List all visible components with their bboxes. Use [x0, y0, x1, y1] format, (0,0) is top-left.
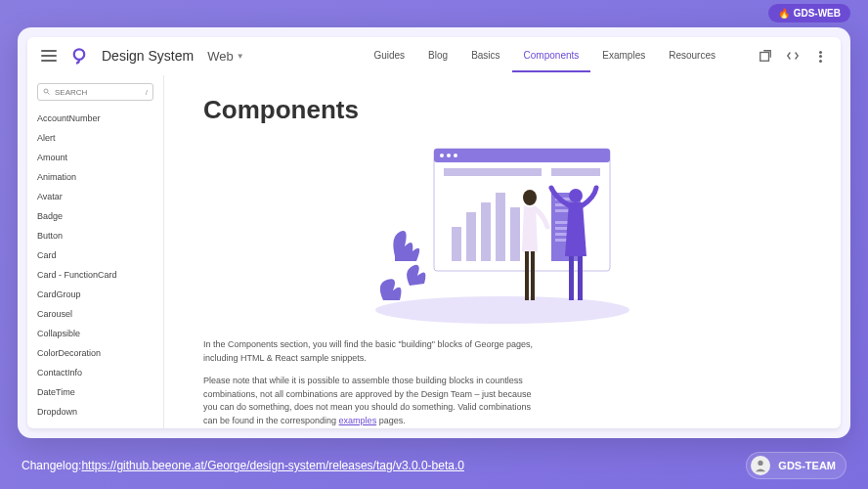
- svg-rect-13: [481, 202, 491, 261]
- sidebar-item-animation[interactable]: Animation: [37, 167, 153, 187]
- platform-dropdown[interactable]: Web ▼: [207, 49, 243, 64]
- search-input[interactable]: /: [37, 83, 153, 101]
- sidebar-item-button[interactable]: Button: [37, 226, 153, 245]
- components-illustration: [356, 139, 649, 325]
- flame-icon: 🔥: [778, 8, 790, 19]
- badge-label: GDS-WEB: [794, 8, 841, 19]
- note-paragraph: Please note that while it is possible to…: [203, 375, 536, 427]
- sidebar-item-card-functioncard[interactable]: Card - FunctionCard: [37, 265, 153, 285]
- svg-point-6: [440, 154, 444, 157]
- examples-link[interactable]: examples: [339, 416, 377, 425]
- svg-point-2: [44, 89, 48, 93]
- svg-point-3: [375, 296, 629, 324]
- sidebar-item-collapsible[interactable]: Collapsible: [37, 324, 153, 343]
- search-field[interactable]: [55, 88, 142, 97]
- page-title: Components: [203, 95, 802, 125]
- svg-rect-9: [444, 168, 542, 176]
- svg-point-0: [74, 49, 85, 60]
- top-toolbar: Design System Web ▼ GuidesBlogBasicsComp…: [27, 37, 841, 75]
- svg-point-30: [759, 461, 763, 466]
- sidebar: / AccountNumberAlertAmountAnimationAvata…: [27, 75, 164, 428]
- browser-frame: Design System Web ▼ GuidesBlogBasicsComp…: [27, 37, 841, 428]
- sidebar-item-amount[interactable]: Amount: [37, 148, 153, 167]
- nav-components[interactable]: Components: [512, 40, 591, 72]
- sidebar-item-colordecoration[interactable]: ColorDecoration: [37, 343, 153, 363]
- search-icon: [43, 88, 51, 96]
- svg-rect-14: [496, 193, 505, 261]
- sidebar-item-avatar[interactable]: Avatar: [37, 187, 153, 206]
- svg-rect-10: [551, 168, 600, 176]
- search-shortcut: /: [146, 88, 148, 97]
- nav-resources[interactable]: Resources: [657, 40, 727, 72]
- sidebar-item-dropdown[interactable]: Dropdown: [37, 402, 153, 422]
- code-icon[interactable]: [786, 49, 800, 63]
- panel: Design System Web ▼ GuidesBlogBasicsComp…: [18, 27, 850, 438]
- svg-rect-11: [452, 227, 461, 261]
- sidebar-item-cardgroup[interactable]: CardGroup: [37, 285, 153, 304]
- footer-bar: Changelog: https://github.beeone.at/Geor…: [0, 452, 868, 479]
- svg-rect-15: [510, 207, 520, 261]
- sidebar-item-card[interactable]: Card: [37, 245, 153, 265]
- sidebar-item-alert[interactable]: Alert: [37, 128, 153, 148]
- svg-rect-25: [525, 251, 529, 300]
- sidebar-item-accountnumber[interactable]: AccountNumber: [37, 109, 153, 128]
- main-content: Components: [164, 75, 841, 428]
- gds-web-badge[interactable]: 🔥 GDS-WEB: [768, 4, 850, 22]
- avatar-icon: [751, 456, 770, 475]
- menu-icon[interactable]: [41, 50, 57, 62]
- top-nav: GuidesBlogBasicsComponentsExamplesResour…: [362, 40, 727, 72]
- sidebar-item-carousel[interactable]: Carousel: [37, 304, 153, 324]
- gds-team-badge[interactable]: GDS-TEAM: [746, 452, 846, 479]
- svg-rect-5: [434, 149, 610, 162]
- svg-rect-28: [569, 256, 574, 300]
- nav-examples[interactable]: Examples: [590, 40, 657, 72]
- chevron-down-icon: ▼: [237, 52, 244, 61]
- changelog-link[interactable]: https://github.beeone.at/George/design-s…: [81, 459, 464, 472]
- team-label: GDS-TEAM: [778, 460, 836, 471]
- nav-basics[interactable]: Basics: [459, 40, 511, 72]
- sidebar-item-contactinfo[interactable]: ContactInfo: [37, 363, 153, 382]
- svg-rect-1: [760, 53, 769, 62]
- svg-rect-26: [531, 251, 535, 300]
- svg-rect-12: [466, 212, 476, 261]
- note-text-2: pages.: [376, 416, 406, 425]
- svg-point-27: [569, 189, 583, 202]
- sidebar-item-badge[interactable]: Badge: [37, 206, 153, 226]
- sidebar-item-datetime[interactable]: DateTime: [37, 382, 153, 402]
- intro-paragraph: In the Components section, you will find…: [203, 338, 536, 365]
- svg-point-7: [447, 154, 451, 157]
- nav-guides[interactable]: Guides: [362, 40, 416, 72]
- external-link-icon[interactable]: [759, 49, 772, 63]
- more-icon[interactable]: [813, 49, 827, 63]
- svg-point-24: [523, 190, 537, 205]
- logo-icon: [70, 47, 88, 65]
- svg-rect-29: [578, 256, 583, 300]
- changelog-label: Changelog:: [22, 459, 81, 472]
- brand-name: Design System: [102, 48, 194, 64]
- nav-blog[interactable]: Blog: [416, 40, 459, 72]
- platform-label: Web: [207, 49, 234, 64]
- svg-point-8: [454, 154, 457, 157]
